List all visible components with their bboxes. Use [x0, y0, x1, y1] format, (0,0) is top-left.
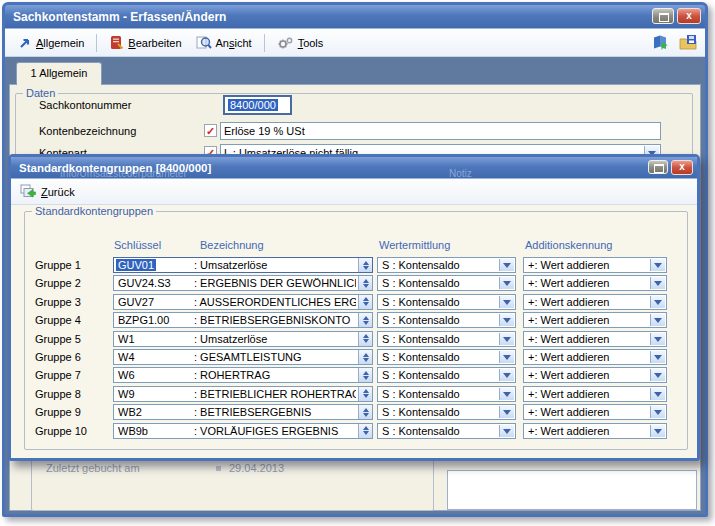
spinner-icon[interactable] [358, 295, 372, 309]
check-icon[interactable] [204, 124, 217, 137]
wertermittlung-dropdown[interactable]: S : Kontensaldo [377, 294, 516, 310]
spinner-icon[interactable] [358, 258, 372, 272]
spinner-icon[interactable] [358, 276, 372, 290]
wertermittlung-value: S : Kontensaldo [382, 406, 497, 418]
column-header-wertermittlung: Wertermittlung [379, 239, 450, 251]
table-row: Gruppe 7 W6 : ROHERTRAG S : Kontensaldo … [11, 367, 697, 384]
wertermittlung-value: S : Kontensaldo [382, 259, 497, 271]
key-description-field[interactable]: GUV01 : Umsatzerlöse [113, 257, 373, 273]
back-button[interactable]: Zurück [41, 186, 75, 198]
additionskennung-dropdown[interactable]: +: Wert addieren [523, 386, 667, 402]
chevron-down-icon[interactable] [650, 314, 665, 326]
table-row: Gruppe 6 W4 : GESAMTLEISTUNG S : Kontens… [11, 349, 697, 366]
wertermittlung-dropdown[interactable]: S : Kontensaldo [377, 386, 516, 402]
chevron-down-icon[interactable] [499, 406, 514, 418]
book-export-icon[interactable] [652, 34, 670, 50]
wertermittlung-dropdown[interactable]: S : Kontensaldo [377, 275, 516, 291]
key-description-field[interactable]: GUV24.S3 : ERGEBNIS DER GEWÖHNLICHEN GES [113, 275, 373, 291]
chevron-down-icon[interactable] [650, 425, 665, 437]
additionskennung-dropdown[interactable]: +: Wert addieren [523, 312, 667, 328]
wertermittlung-dropdown[interactable]: S : Kontensaldo [377, 312, 516, 328]
additionskennung-dropdown[interactable]: +: Wert addieren [523, 257, 667, 273]
additionskennung-dropdown[interactable]: +: Wert addieren [523, 404, 667, 420]
key-description-field[interactable]: W9 : BETRIEBLICHER ROHERTRAG [113, 386, 373, 402]
chevron-down-icon[interactable] [650, 333, 665, 345]
chevron-down-icon[interactable] [650, 277, 665, 289]
additionskennung-dropdown[interactable]: +: Wert addieren [523, 349, 667, 365]
chevron-down-icon[interactable] [499, 333, 514, 345]
key-description-field[interactable]: BZPG1.00 : BETRIEBSERGEBNISKONTO [113, 312, 373, 328]
close-icon[interactable]: x [671, 160, 693, 175]
chevron-down-icon[interactable] [499, 425, 514, 437]
spinner-icon[interactable] [358, 313, 372, 327]
row-label: Gruppe 6 [35, 351, 81, 363]
chevron-down-icon[interactable] [499, 388, 514, 400]
additionskennung-value: +: Wert addieren [528, 351, 648, 363]
menu-ansicht[interactable]: Ansicht [191, 33, 257, 52]
wertermittlung-dropdown[interactable]: S : Kontensaldo [377, 349, 516, 365]
additionskennung-dropdown[interactable]: +: Wert addieren [523, 423, 667, 439]
ghost-notiz-label: Notiz [449, 168, 472, 179]
dialog-titlebar: Standardkontengruppen [8400/000] Info/Um… [11, 157, 697, 179]
additionskennung-dropdown[interactable]: +: Wert addieren [523, 367, 667, 383]
notebook-icon [109, 35, 124, 50]
spinner-icon[interactable] [358, 387, 372, 401]
description-value: : Umsatzerlöse [194, 259, 356, 271]
chevron-down-icon[interactable] [499, 277, 514, 289]
spinner-icon[interactable] [358, 368, 372, 382]
additionskennung-value: +: Wert addieren [528, 259, 648, 271]
chevron-down-icon[interactable] [650, 351, 665, 363]
additionskennung-dropdown[interactable]: +: Wert addieren [523, 331, 667, 347]
chevron-down-icon[interactable] [499, 296, 514, 308]
chevron-down-icon[interactable] [650, 406, 665, 418]
spinner-icon[interactable] [358, 424, 372, 438]
chevron-down-icon[interactable] [499, 351, 514, 363]
close-icon[interactable]: x [677, 8, 701, 24]
chevron-down-icon[interactable] [650, 259, 665, 271]
chevron-down-icon[interactable] [499, 369, 514, 381]
row-label: Gruppe 10 [35, 425, 87, 437]
key-value: GUV24.S3 [118, 277, 171, 289]
chevron-down-icon[interactable] [499, 259, 514, 271]
sachkontonummer-label: Sachkontonummer [39, 99, 131, 111]
key-description-field[interactable]: WB2 : BETRIEBSERGEBNIS [113, 404, 373, 420]
save-icon[interactable] [679, 34, 697, 50]
chevron-down-icon[interactable] [650, 388, 665, 400]
notiz-memo[interactable] [447, 470, 697, 510]
wertermittlung-dropdown[interactable]: S : Kontensaldo [377, 257, 516, 273]
key-description-field[interactable]: W1 : Umsatzerlöse [113, 331, 373, 347]
menu-tools[interactable]: Tools [272, 34, 329, 52]
spinner-icon[interactable] [358, 350, 372, 364]
chevron-down-icon[interactable] [499, 314, 514, 326]
key-value: WB2 [118, 406, 142, 418]
menu-bearbeiten[interactable]: Bearbeiten [104, 33, 186, 52]
spinner-icon[interactable] [358, 405, 372, 419]
key-value: W4 [118, 351, 135, 363]
key-description-field[interactable]: W6 : ROHERTRAG [113, 367, 373, 383]
additionskennung-value: +: Wert addieren [528, 406, 648, 418]
chevron-down-icon[interactable] [650, 369, 665, 381]
key-value: W6 [118, 369, 135, 381]
key-description-field[interactable]: GUV27 : AUSSERORDENTLICHES ERGEBNIS [113, 294, 373, 310]
wertermittlung-dropdown[interactable]: S : Kontensaldo [377, 367, 516, 383]
description-value: : BETRIEBSERGEBNIS [194, 406, 356, 418]
additionskennung-dropdown[interactable]: +: Wert addieren [523, 275, 667, 291]
additionskennung-value: +: Wert addieren [528, 425, 648, 437]
spinner-icon[interactable] [358, 332, 372, 346]
menu-allgemein[interactable]: Allgemein [13, 34, 89, 51]
wertermittlung-dropdown[interactable]: S : Kontensaldo [377, 423, 516, 439]
chevron-down-icon[interactable] [650, 296, 665, 308]
description-value: : BETRIEBSERGEBNISKONTO [194, 314, 356, 326]
wertermittlung-dropdown[interactable]: S : Kontensaldo [377, 331, 516, 347]
restore-icon[interactable] [652, 8, 674, 24]
kontenbezeichnung-input[interactable]: Erlöse 19 % USt [220, 122, 661, 140]
column-header-bezeichnung: Bezeichnung [200, 239, 264, 251]
restore-icon[interactable] [648, 160, 668, 174]
dialog-toolbar: Zurück [11, 179, 697, 205]
key-description-field[interactable]: WB9b : VORLÄUFIGES ERGEBNIS [113, 423, 373, 439]
wertermittlung-dropdown[interactable]: S : Kontensaldo [377, 404, 516, 420]
key-description-field[interactable]: W4 : GESAMTLEISTUNG [113, 349, 373, 365]
tab-allgemein[interactable]: 1 Allgemein [16, 62, 102, 85]
sachkontonummer-input[interactable]: 8400/000 [223, 95, 292, 115]
additionskennung-dropdown[interactable]: +: Wert addieren [523, 294, 667, 310]
